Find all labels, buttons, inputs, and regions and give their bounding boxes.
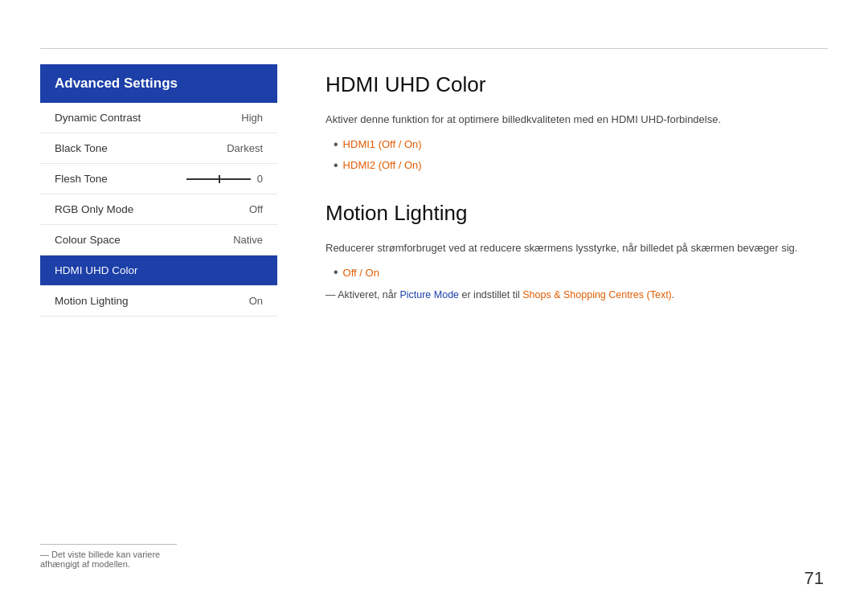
menu-item-hdmi-uhd-color[interactable]: HDMI UHD Color <box>40 255 277 286</box>
page-number: 71 <box>805 568 824 589</box>
menu-label-black-tone: Black Tone <box>55 142 108 154</box>
menu-label-flesh-tone: Flesh Tone <box>55 173 108 185</box>
menu-label-motion-lighting: Motion Lighting <box>55 295 129 307</box>
menu-item-rgb-only-mode[interactable]: RGB Only Mode Off <box>40 194 277 225</box>
hdmi-uhd-color-title: HDMI UHD Color <box>326 72 828 97</box>
section-hdmi-uhd-color: HDMI UHD Color Aktiver denne funktion fo… <box>326 72 828 173</box>
footnote-stars: — <box>40 550 51 559</box>
sidebar: Advanced Settings Dynamic Contrast High … <box>40 64 277 565</box>
picture-mode-link[interactable]: Picture Mode <box>399 289 459 300</box>
hdmi-uhd-color-list: HDMI1 (Off / On) HDMI2 (Off / On) <box>334 137 828 173</box>
menu-value-dynamic-contrast: High <box>241 112 263 124</box>
main-layout: Advanced Settings Dynamic Contrast High … <box>40 64 828 565</box>
motion-lighting-note: — Aktiveret, når Picture Mode er indstil… <box>326 288 828 303</box>
hdmi-uhd-color-description: Aktiver denne funktion for at optimere b… <box>326 112 828 128</box>
hdmi1-link[interactable]: HDMI1 (Off / On) <box>343 138 422 150</box>
note-suffix: . <box>672 289 674 300</box>
menu-item-motion-lighting[interactable]: Motion Lighting On <box>40 286 277 317</box>
flesh-tone-slider[interactable] <box>186 178 251 180</box>
off-on-bullet: Off / On <box>334 265 828 280</box>
menu-value-colour-space: Native <box>233 234 263 246</box>
flesh-tone-slider-container: 0 <box>186 173 263 185</box>
top-border <box>40 48 828 49</box>
hdmi2-bullet: HDMI2 (Off / On) <box>334 158 828 173</box>
footnote-section: — Det viste billede kan variere afhængig… <box>40 544 201 569</box>
footnote-content: Det viste billede kan variere afhængigt … <box>40 550 160 569</box>
sidebar-title: Advanced Settings <box>40 64 277 103</box>
menu-value-motion-lighting: On <box>249 295 263 307</box>
menu-label-colour-space: Colour Space <box>55 234 121 246</box>
off-on-link[interactable]: Off / On <box>343 267 379 279</box>
motion-lighting-title: Motion Lighting <box>326 201 828 226</box>
menu-item-black-tone[interactable]: Black Tone Darkest <box>40 133 277 164</box>
content-area: HDMI UHD Color Aktiver denne funktion fo… <box>326 64 828 565</box>
menu-item-flesh-tone[interactable]: Flesh Tone 0 <box>40 164 277 194</box>
menu-value-rgb-only-mode: Off <box>249 203 263 215</box>
note-middle: er indstillet til <box>459 289 522 300</box>
footnote-text: — Det viste billede kan variere afhængig… <box>40 550 201 569</box>
hdmi2-link[interactable]: HDMI2 (Off / On) <box>343 159 422 171</box>
footnote-divider <box>40 544 177 545</box>
menu-value-black-tone: Darkest <box>227 142 263 154</box>
note-prefix: — Aktiveret, når <box>326 289 399 300</box>
menu-item-dynamic-contrast[interactable]: Dynamic Contrast High <box>40 103 277 133</box>
menu-label-hdmi-uhd-color: HDMI UHD Color <box>55 264 138 276</box>
menu-label-rgb-only-mode: RGB Only Mode <box>55 203 133 215</box>
hdmi1-bullet: HDMI1 (Off / On) <box>334 137 828 152</box>
menu-item-colour-space[interactable]: Colour Space Native <box>40 225 277 255</box>
section-motion-lighting: Motion Lighting Reducerer strømforbruget… <box>326 201 828 303</box>
motion-lighting-list: Off / On <box>334 265 828 280</box>
motion-lighting-description: Reducerer strømforbruget ved at reducere… <box>326 240 828 256</box>
shops-link[interactable]: Shops & Shopping Centres (Text) <box>522 289 672 300</box>
menu-value-flesh-tone: 0 <box>257 173 263 185</box>
menu-label-dynamic-contrast: Dynamic Contrast <box>55 112 141 124</box>
